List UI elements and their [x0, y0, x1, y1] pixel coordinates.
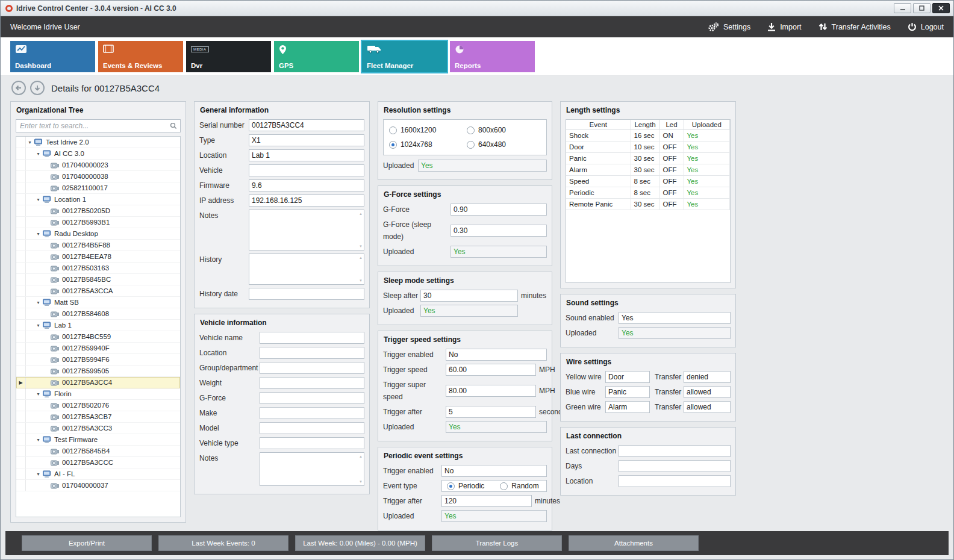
tree-item-00127b5a3cc4[interactable]: ▶00127B5A3CC4	[16, 377, 180, 388]
tree-item-00127b503163[interactable]: 00127B503163	[16, 263, 180, 274]
location-input[interactable]: Lab 1	[249, 149, 364, 161]
history-date-input[interactable]	[249, 288, 364, 300]
blue-wire-transfer-value[interactable]: allowed	[684, 386, 731, 398]
tree-item-00127b50205d[interactable]: 00127B50205D	[16, 205, 180, 217]
firmware-input[interactable]: 9.6	[249, 179, 364, 191]
g-force-sleep-mode-value[interactable]: 0.30	[450, 225, 547, 237]
g-force-value[interactable]: 0.90	[450, 204, 547, 216]
sleep-after-value[interactable]: 30	[420, 290, 518, 302]
yellow-wire-transfer-value[interactable]: denied	[684, 371, 731, 383]
uploaded-value[interactable]: Yes	[441, 510, 547, 522]
sound-enabled-value[interactable]: Yes	[619, 312, 731, 324]
tree-item-ai-cc-3-0[interactable]: ▾AI CC 3.0	[16, 148, 180, 160]
settings-button[interactable]: Settings	[708, 22, 750, 32]
make-input[interactable]	[260, 407, 364, 419]
resolution-option-1600x1200[interactable]: 1600x1200	[389, 126, 463, 134]
yellow-wire-event-value[interactable]: Door	[605, 371, 650, 383]
tree-search-input[interactable]	[16, 119, 181, 132]
model-input[interactable]	[260, 422, 364, 434]
location-input[interactable]	[260, 347, 364, 359]
type-input[interactable]: X1	[249, 134, 364, 146]
serial-number-input[interactable]: 00127B5A3CC4	[249, 119, 364, 131]
tree-item-test-firmware[interactable]: ▾Test Firmware	[16, 434, 180, 446]
tree-item-test-idrive-2-0[interactable]: ▾Test Idrive 2.0	[16, 137, 180, 148]
minimize-button[interactable]	[894, 3, 911, 13]
last-week-events-0-button[interactable]: Last Week Events: 0	[158, 535, 288, 551]
tree-item-ai-fl[interactable]: ▾AI - FL	[16, 468, 180, 480]
blue-wire-event-value[interactable]: Panic	[605, 386, 650, 398]
last-week-0-00-miles-0-00-mph-button[interactable]: Last Week: 0.00 (Miles) - 0.00 (MPH)	[295, 535, 425, 551]
uploaded-value[interactable]: Yes	[446, 421, 547, 433]
uploaded-value[interactable]: Yes	[420, 305, 518, 317]
trigger-after-value[interactable]: 120	[441, 495, 532, 507]
green-wire-transfer-value[interactable]: allowed	[684, 401, 731, 413]
tree-item-00127b5845b4[interactable]: 00127B5845B4	[16, 446, 180, 457]
close-button[interactable]	[932, 3, 950, 13]
tree-item-00127b502076[interactable]: 00127B502076	[16, 400, 180, 411]
days-value[interactable]	[619, 460, 731, 472]
length-row-shock[interactable]: Shock16 secONYes	[566, 130, 730, 142]
tree-item-00127b5a3cc3[interactable]: 00127B5A3CC3	[16, 423, 180, 434]
logout-button[interactable]: Logout	[908, 22, 944, 31]
tree-item-017040000023[interactable]: 017040000023	[16, 160, 180, 171]
length-row-remote-panic[interactable]: Remote Panic30 secOFFYes	[566, 199, 730, 210]
expand-down-button[interactable]	[30, 81, 45, 95]
vehicle-type-input[interactable]	[260, 437, 364, 449]
trigger-speed-value[interactable]: 60.00	[446, 364, 536, 376]
tree-item-00127b59940f[interactable]: 00127B59940F	[16, 343, 180, 354]
tree-item-00127b4b5f88[interactable]: 00127B4B5F88	[16, 240, 180, 251]
maximize-button[interactable]	[913, 3, 931, 13]
history-input[interactable]	[249, 254, 364, 285]
tree-item-00127b5845bc[interactable]: 00127B5845BC	[16, 274, 180, 285]
length-row-speed[interactable]: Speed8 secOFFYes	[566, 176, 730, 187]
trigger-super-speed-value[interactable]: 80.00	[446, 385, 536, 397]
tree-item-00127b5a3cca[interactable]: 00127B5A3CCA	[16, 285, 180, 297]
uploaded-value[interactable]: Yes	[450, 246, 547, 258]
import-button[interactable]: Import	[767, 22, 801, 31]
tree-item-lab-1[interactable]: ▾Lab 1	[16, 320, 180, 331]
tree-item-00127b584608[interactable]: 00127B584608	[16, 308, 180, 320]
tree-item-025821100017[interactable]: 025821100017	[16, 182, 180, 194]
event-type-option-random[interactable]: Random	[500, 481, 538, 491]
resolution-option-640x480[interactable]: 640x480	[467, 140, 541, 149]
green-wire-event-value[interactable]: Alarm	[605, 401, 650, 413]
weight-input[interactable]	[260, 377, 364, 389]
transfer-activities-button[interactable]: Transfer Activities	[818, 22, 891, 31]
trigger-after-value[interactable]: 5	[446, 406, 536, 418]
resolution-option-1024x768[interactable]: 1024x768	[389, 140, 463, 149]
length-row-panic[interactable]: Panic30 secOFFYes	[566, 153, 730, 164]
notes-input[interactable]	[249, 210, 364, 250]
tree-item-florin[interactable]: ▾Florin	[16, 388, 180, 400]
tab-fleet-manager[interactable]: Fleet Manager	[362, 41, 447, 72]
vehicle-input[interactable]	[249, 164, 364, 176]
tab-dashboard[interactable]: Dashboard	[10, 41, 95, 72]
tree-item-location-1[interactable]: ▾Location 1	[16, 194, 180, 205]
last-connection-value[interactable]	[619, 445, 731, 457]
tree-item-00127b4bc559[interactable]: 00127B4BC559	[16, 331, 180, 343]
length-row-alarm[interactable]: Alarm30 secOFFYes	[566, 164, 730, 176]
back-button[interactable]	[11, 81, 26, 95]
vehicle-name-input[interactable]	[260, 332, 364, 344]
g-force-input[interactable]	[260, 392, 364, 404]
tab-dvr[interactable]: MEDIADvr	[186, 41, 271, 72]
tree-item-00127b5a3cb7[interactable]: 00127B5A3CB7	[16, 411, 180, 423]
tree-item-00127b4eea78[interactable]: 00127B4EEA78	[16, 251, 180, 263]
tab-gps[interactable]: GPS	[274, 41, 359, 72]
location-value[interactable]	[619, 475, 731, 487]
tree-item-017040000038[interactable]: 017040000038	[16, 171, 180, 182]
tree-item-00127b5993b1[interactable]: 00127B5993B1	[16, 217, 180, 228]
tree-item-00127b599505[interactable]: 00127B599505	[16, 366, 180, 377]
tab-reports[interactable]: Reports	[450, 41, 535, 72]
resolution-option-800x600[interactable]: 800x600	[467, 126, 541, 134]
length-row-periodic[interactable]: Periodic8 secOFFYes	[566, 187, 730, 199]
trigger-enabled-value[interactable]: No	[446, 349, 547, 361]
export-print-button[interactable]: Export/Print	[22, 535, 152, 551]
tree-item-radu-desktop[interactable]: ▾Radu Desktop	[16, 228, 180, 240]
tree-item-00127b5994f6[interactable]: 00127B5994F6	[16, 354, 180, 366]
event-type-option-periodic[interactable]: Periodic	[447, 481, 484, 491]
uploaded-value[interactable]: Yes	[619, 327, 731, 339]
notes-input[interactable]	[260, 452, 364, 486]
transfer-logs-button[interactable]: Transfer Logs	[432, 535, 562, 551]
length-row-door[interactable]: Door10 secOFFYes	[566, 142, 730, 153]
attachments-button[interactable]: Attachments	[569, 535, 699, 551]
